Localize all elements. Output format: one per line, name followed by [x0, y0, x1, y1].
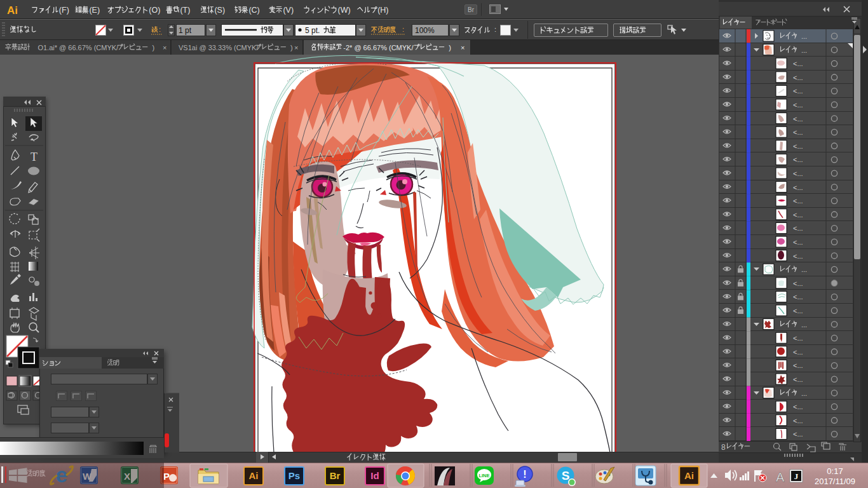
svg-text:Ps: Ps	[288, 470, 300, 481]
svg-text:Id: Id	[370, 470, 379, 481]
svg-text:Ai: Ai	[684, 470, 694, 481]
svg-text:2017/11/09: 2017/11/09	[815, 477, 855, 486]
svg-text:J: J	[794, 471, 799, 481]
svg-text:LINE: LINE	[478, 473, 489, 478]
svg-text:Br: Br	[330, 470, 341, 481]
svg-text:Ai: Ai	[249, 470, 259, 481]
svg-text:P: P	[163, 471, 170, 482]
svg-text:0:17: 0:17	[827, 466, 843, 476]
svg-text:S: S	[562, 469, 570, 482]
svg-text:!: !	[523, 469, 526, 480]
svg-text:A: A	[776, 470, 785, 484]
